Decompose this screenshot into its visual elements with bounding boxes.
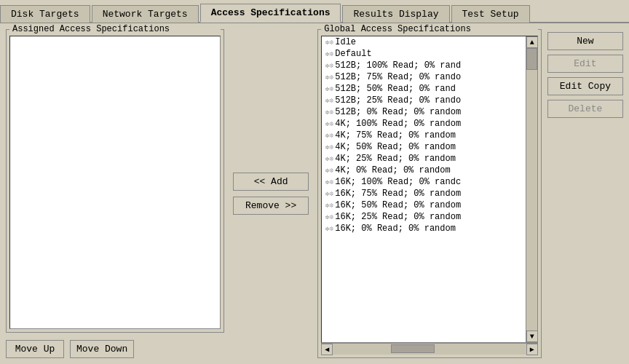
list-item[interactable]: ✲❊512B; 0% Read; 0% random bbox=[322, 106, 526, 118]
item-icon: ✲❊ bbox=[325, 143, 333, 151]
scroll-up-button[interactable]: ▲ bbox=[526, 36, 538, 48]
scroll-h-track[interactable] bbox=[333, 344, 526, 355]
item-icon: ✲❊ bbox=[325, 50, 333, 58]
list-item[interactable]: ✲❊512B; 100% Read; 0% rand bbox=[322, 60, 526, 71]
scroll-thumb[interactable] bbox=[526, 48, 537, 70]
list-item[interactable]: ✲❊Idle bbox=[322, 36, 526, 48]
tab-disk-targets[interactable]: Disk Targets bbox=[0, 5, 90, 23]
list-item[interactable]: ✲❊16K; 0% Read; 0% random bbox=[322, 223, 526, 234]
assigned-specs-group: Assigned Access Specifications bbox=[6, 29, 224, 333]
list-item[interactable]: ✲❊16K; 100% Read; 0% randc bbox=[322, 176, 526, 188]
item-icon: ✲❊ bbox=[325, 61, 333, 70]
tab-access-specs[interactable]: Access Specifications bbox=[200, 4, 341, 23]
item-icon: ✲❊ bbox=[325, 73, 333, 82]
list-item[interactable]: ✲❊16K; 75% Read; 0% random bbox=[322, 188, 526, 199]
item-icon: ✲❊ bbox=[325, 224, 333, 233]
global-specs-group: Global Access Specifications ✲❊Idle✲❊Def… bbox=[317, 29, 542, 358]
tab-results-display[interactable]: Results Display bbox=[342, 5, 449, 23]
tab-test-setup[interactable]: Test Setup bbox=[451, 5, 530, 23]
item-icon: ✲❊ bbox=[325, 38, 333, 47]
scroll-right-button[interactable]: ▶ bbox=[526, 344, 538, 355]
scroll-h-thumb[interactable] bbox=[391, 344, 435, 353]
tab-network-targets[interactable]: Network Targets bbox=[92, 5, 199, 23]
remove-button[interactable]: Remove >> bbox=[233, 197, 309, 215]
list-item[interactable]: ✲❊4K; 0% Read; 0% random bbox=[322, 165, 526, 176]
list-item[interactable]: ✲❊512B; 25% Read; 0% rando bbox=[322, 95, 526, 106]
item-icon: ✲❊ bbox=[325, 119, 333, 128]
item-icon: ✲❊ bbox=[325, 108, 333, 116]
edit-button[interactable]: Edit bbox=[547, 55, 623, 73]
horizontal-scrollbar[interactable]: ◀ ▶ bbox=[321, 343, 538, 355]
list-item[interactable]: ✲❊4K; 75% Read; 0% random bbox=[322, 130, 526, 141]
list-item[interactable]: ✲❊4K; 100% Read; 0% random bbox=[322, 118, 526, 130]
scroll-track[interactable] bbox=[526, 48, 537, 331]
list-item[interactable]: ✲❊512B; 75% Read; 0% rando bbox=[322, 71, 526, 83]
item-icon: ✲❊ bbox=[325, 166, 333, 175]
move-down-button[interactable]: Move Down bbox=[70, 340, 134, 358]
global-specs-title: Global Access Specifications bbox=[321, 24, 538, 34]
add-button[interactable]: << Add bbox=[233, 173, 309, 191]
item-icon: ✲❊ bbox=[325, 213, 333, 221]
list-item[interactable]: ✲❊4K; 50% Read; 0% random bbox=[322, 141, 526, 153]
item-icon: ✲❊ bbox=[325, 154, 333, 163]
scroll-left-button[interactable]: ◀ bbox=[321, 344, 333, 355]
assigned-specs-title: Assigned Access Specifications bbox=[9, 24, 221, 34]
new-button[interactable]: New bbox=[547, 32, 623, 50]
item-icon: ✲❊ bbox=[325, 96, 333, 105]
assigned-specs-list[interactable] bbox=[9, 36, 221, 329]
list-item[interactable]: ✲❊Default bbox=[322, 48, 526, 60]
item-icon: ✲❊ bbox=[325, 189, 333, 198]
list-item[interactable]: ✲❊16K; 25% Read; 0% random bbox=[322, 211, 526, 223]
edit-copy-button[interactable]: Edit Copy bbox=[547, 77, 623, 95]
delete-button[interactable]: Delete bbox=[547, 100, 623, 118]
list-item[interactable]: ✲❊4K; 25% Read; 0% random bbox=[322, 153, 526, 165]
item-icon: ✲❊ bbox=[325, 84, 333, 93]
item-icon: ✲❊ bbox=[325, 131, 333, 140]
list-item[interactable]: ✲❊512B; 50% Read; 0% rand bbox=[322, 83, 526, 95]
item-icon: ✲❊ bbox=[325, 178, 333, 186]
move-up-button[interactable]: Move Up bbox=[6, 340, 64, 358]
item-icon: ✲❊ bbox=[325, 201, 333, 210]
scroll-down-button[interactable]: ▼ bbox=[526, 331, 538, 342]
global-specs-list[interactable]: ✲❊Idle✲❊Default✲❊512B; 100% Read; 0% ran… bbox=[322, 36, 526, 342]
vertical-scrollbar[interactable]: ▲ ▼ bbox=[526, 36, 537, 342]
list-item[interactable]: ✲❊16K; 50% Read; 0% random bbox=[322, 199, 526, 211]
tab-bar: Disk Targets Network Targets Access Spec… bbox=[0, 0, 629, 23]
